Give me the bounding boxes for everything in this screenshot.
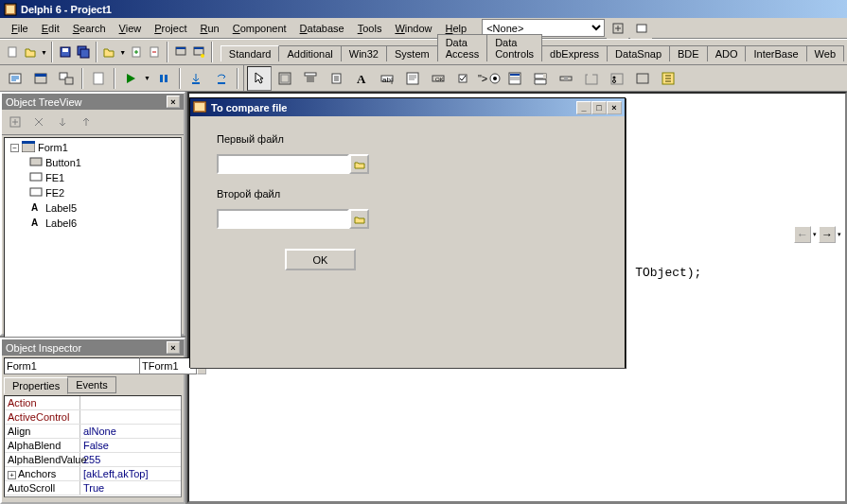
remove-file-button[interactable] <box>147 42 163 62</box>
form-designer[interactable]: To compare file _ □ × Первый файл Второй… <box>189 97 626 368</box>
first-file-browse-button[interactable] <box>349 154 369 174</box>
inspector-object-selector[interactable]: TForm1 ▼ <box>4 357 182 374</box>
tab-ado[interactable]: ADO <box>707 45 747 61</box>
tab-web[interactable]: Web <box>806 45 844 61</box>
label-component[interactable]: A <box>349 66 374 91</box>
treeview-close-button[interactable]: × <box>167 96 180 108</box>
open-button[interactable] <box>22 42 38 62</box>
frames-component[interactable] <box>273 66 297 91</box>
tv-tool-1[interactable] <box>4 112 26 132</box>
combobox-component[interactable] <box>528 66 553 91</box>
tree-item-label6[interactable]: A Label6 <box>7 216 179 231</box>
prop-alphablend[interactable]: AlphaBlendFalse <box>5 439 181 453</box>
menu-project[interactable]: Project <box>149 21 192 36</box>
open-project-button[interactable] <box>101 42 117 62</box>
trace-into-button[interactable] <box>184 66 208 91</box>
scrollbar-component[interactable] <box>554 66 578 91</box>
menu-edit[interactable]: Edit <box>36 21 65 36</box>
groupbox-component[interactable] <box>579 66 604 91</box>
tab-bde[interactable]: BDE <box>669 45 708 61</box>
menu-run[interactable]: Run <box>195 21 225 36</box>
tool-icon-1[interactable] <box>607 18 628 39</box>
pause-button[interactable] <box>151 66 176 91</box>
save-button[interactable] <box>57 42 73 62</box>
menu-file[interactable]: File <box>6 21 34 36</box>
menu-view[interactable]: View <box>114 21 148 36</box>
form-body[interactable]: Первый файл Второй файл OK <box>190 116 625 368</box>
prop-anchors[interactable]: +Anchors[akLeft,akTop] <box>5 467 181 481</box>
new-button[interactable] <box>4 42 20 62</box>
pointer-tool[interactable] <box>247 66 272 91</box>
tab-win32[interactable]: Win32 <box>341 45 387 61</box>
minimize-button[interactable]: _ <box>576 101 591 114</box>
radiogroup-component[interactable] <box>605 66 629 91</box>
checkbox-component[interactable] <box>451 66 476 91</box>
run-button[interactable] <box>118 66 143 91</box>
new-form-button[interactable] <box>190 42 206 62</box>
tab-data-access[interactable]: Data Access <box>437 34 487 61</box>
toggle-unit-form-button[interactable] <box>54 66 79 91</box>
inspector-object-input[interactable] <box>4 357 140 374</box>
view-unit-button[interactable] <box>3 66 27 91</box>
tab-additional[interactable]: Additional <box>278 45 341 61</box>
tab-interbase[interactable]: InterBase <box>745 45 806 61</box>
treeview-body[interactable]: − Form1 Button1 FE1 FE2 A Label5 A <box>4 137 182 338</box>
nav-back-button[interactable]: ← <box>794 226 811 243</box>
expander-icon[interactable]: − <box>10 144 19 152</box>
tv-tool-4[interactable] <box>75 112 97 132</box>
tool-icon-2[interactable] <box>630 18 652 39</box>
tab-standard[interactable]: Standard <box>221 45 280 61</box>
tv-tool-3[interactable] <box>51 112 73 132</box>
nav-forward-button[interactable]: → <box>819 226 836 243</box>
menu-search[interactable]: Search <box>67 21 112 36</box>
prop-action[interactable]: Action <box>5 396 181 410</box>
menu-database[interactable]: Database <box>294 21 350 36</box>
memo-component[interactable] <box>400 66 425 91</box>
inspector-close-button[interactable]: × <box>167 341 180 354</box>
menu-tools[interactable]: Tools <box>352 21 388 36</box>
svg-rect-54 <box>22 141 35 144</box>
tab-events[interactable]: Events <box>67 376 116 393</box>
tree-root[interactable]: − Form1 <box>7 140 179 155</box>
tab-datasnap[interactable]: DataSnap <box>607 45 670 61</box>
prop-autoscroll[interactable]: AutoScrollTrue <box>5 481 181 495</box>
svg-point-48 <box>612 76 615 78</box>
tab-dbexpress[interactable]: dbExpress <box>541 45 608 61</box>
prop-align[interactable]: AlignalNone <box>5 425 181 439</box>
tab-system[interactable]: System <box>386 45 438 61</box>
maximize-button[interactable]: □ <box>591 101 607 114</box>
toggle-form-button[interactable] <box>172 42 188 62</box>
prop-activecontrol[interactable]: ActiveControl <box>5 410 181 425</box>
mainmenu-component[interactable] <box>298 66 323 91</box>
ok-button[interactable]: OK <box>285 249 356 270</box>
tab-data-controls[interactable]: Data Controls <box>486 34 542 61</box>
button-component[interactable]: OK <box>426 66 450 91</box>
first-file-input[interactable] <box>217 154 349 174</box>
radiobutton-component[interactable]: "> <box>477 66 502 91</box>
prop-alphablendvalue[interactable]: AlphaBlendValue255 <box>5 453 181 467</box>
save-all-button[interactable] <box>75 42 91 62</box>
inspector-grid[interactable]: Action ActiveControl AlignalNone AlphaBl… <box>4 395 182 497</box>
tree-item-fe1[interactable]: FE1 <box>7 170 179 185</box>
form-close-button[interactable]: × <box>607 101 622 114</box>
menu-window[interactable]: Window <box>389 21 437 36</box>
tv-tool-2[interactable] <box>27 112 49 132</box>
tree-item-button1[interactable]: Button1 <box>7 155 179 170</box>
listbox-component[interactable] <box>503 66 527 91</box>
second-file-browse-button[interactable] <box>349 209 369 229</box>
tree-item-label5[interactable]: A Label5 <box>7 200 179 216</box>
edit-component[interactable]: ab| <box>375 66 399 91</box>
tab-properties[interactable]: Properties <box>4 377 68 394</box>
step-over-button[interactable] <box>209 66 234 91</box>
add-file-button[interactable] <box>128 42 144 62</box>
popupmenu-component[interactable] <box>324 66 348 91</box>
view-form-button[interactable] <box>28 66 53 91</box>
second-file-input[interactable] <box>217 209 349 229</box>
menu-component[interactable]: Component <box>227 21 292 36</box>
new-items-button[interactable] <box>86 66 111 91</box>
actionlist-component[interactable] <box>656 66 680 91</box>
tree-item-fe2[interactable]: FE2 <box>7 185 179 200</box>
form-titlebar[interactable]: To compare file _ □ × <box>190 98 625 116</box>
svg-rect-12 <box>176 47 185 49</box>
panel-component[interactable] <box>630 66 655 91</box>
